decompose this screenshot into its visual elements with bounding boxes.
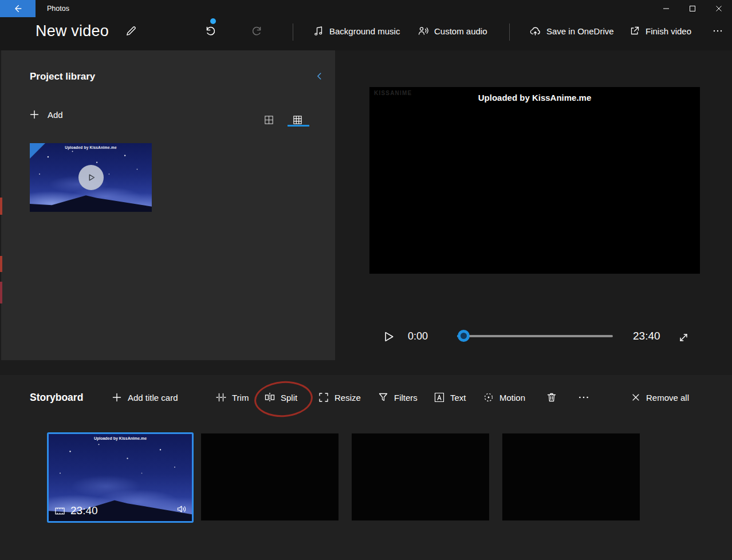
- play-icon: [381, 330, 395, 344]
- close-button[interactable]: [706, 0, 732, 17]
- remove-all-label: Remove all: [646, 393, 689, 403]
- clip-duration-text: 23:40: [70, 504, 98, 517]
- resize-label: Resize: [334, 393, 361, 403]
- current-time: 0:00: [408, 330, 428, 342]
- grid-3x3-icon: [292, 115, 303, 125]
- storyboard-title: Storyboard: [30, 392, 83, 404]
- cloud-upload-icon: [529, 25, 541, 37]
- collapse-panel-button[interactable]: [311, 68, 328, 85]
- clip-duration-badge: 23:40: [54, 504, 98, 517]
- video-preview[interactable]: KISSANIME Uploaded by KissAnime.me: [369, 87, 700, 274]
- text-icon: [434, 392, 445, 403]
- custom-audio-label: Custom audio: [434, 26, 487, 36]
- minimize-icon: [663, 5, 670, 12]
- maximize-button[interactable]: [679, 0, 706, 17]
- person-audio-icon: [418, 25, 429, 37]
- expand-icon: [678, 332, 690, 344]
- undo-notification-badge: [210, 18, 216, 24]
- plus-icon: [111, 392, 123, 403]
- add-title-card-button[interactable]: Add title card: [111, 388, 178, 407]
- finish-video-label: Finish video: [646, 26, 691, 36]
- remove-all-button[interactable]: Remove all: [631, 388, 689, 407]
- window-controls: [653, 0, 732, 17]
- trim-button[interactable]: Trim: [215, 388, 249, 407]
- titlebar: Photos: [0, 0, 732, 17]
- pencil-icon: [125, 25, 137, 37]
- background-window-sliver: [0, 256, 2, 272]
- view-grid-large-button[interactable]: [259, 110, 278, 129]
- fullscreen-button[interactable]: [674, 328, 693, 347]
- preview-watermark-text: Uploaded by KissAnime.me: [369, 93, 700, 102]
- undo-button[interactable]: [200, 21, 220, 41]
- seek-track[interactable]: [457, 335, 613, 337]
- motion-label: Motion: [499, 393, 525, 403]
- main-toolbar: New video Background music Custom audio …: [0, 17, 732, 50]
- selected-view-underline: [288, 125, 309, 127]
- filters-label: Filters: [394, 393, 418, 403]
- seek-thumb[interactable]: [458, 330, 470, 342]
- ellipsis-icon: [577, 391, 590, 404]
- project-library-panel: Project library Add Uploaded by KissAnim…: [1, 50, 335, 360]
- resize-icon: [318, 392, 329, 403]
- thumbnail-play-button[interactable]: [78, 165, 104, 190]
- background-music-button[interactable]: Background music: [313, 21, 400, 41]
- thumbnail-watermark-text: Uploaded by KissAnime.me: [30, 145, 152, 149]
- toolbar-divider: [509, 23, 510, 41]
- motion-button[interactable]: Motion: [483, 388, 525, 407]
- selection-corner-indicator: [30, 143, 45, 159]
- background-window-sliver: [0, 198, 2, 215]
- ellipsis-icon: [712, 25, 723, 37]
- seek-slider[interactable]: [457, 330, 613, 342]
- duration-time: 23:40: [633, 330, 660, 342]
- save-onedrive-label: Save in OneDrive: [546, 26, 614, 36]
- add-media-label: Add: [48, 110, 63, 120]
- project-library-title: Project library: [30, 71, 95, 82]
- photos-video-editor: Photos New video Backgr: [0, 0, 732, 560]
- add-title-card-label: Add title card: [128, 393, 178, 403]
- music-note-icon: [313, 25, 324, 37]
- rename-project-button[interactable]: [121, 21, 141, 41]
- close-icon: [715, 5, 722, 12]
- library-video-thumbnail[interactable]: Uploaded by KissAnime.me: [30, 143, 152, 212]
- finish-video-button[interactable]: Finish video: [629, 21, 691, 41]
- chevron-left-icon: [314, 71, 325, 81]
- storyboard-clip-4[interactable]: [502, 433, 640, 520]
- play-icon: [86, 172, 96, 183]
- toolbar-divider: [293, 23, 293, 41]
- resize-button[interactable]: Resize: [318, 388, 361, 407]
- grid-2x2-icon: [263, 115, 274, 125]
- text-button[interactable]: Text: [434, 388, 466, 407]
- save-onedrive-button[interactable]: Save in OneDrive: [529, 21, 614, 41]
- undo-icon: [204, 25, 217, 37]
- add-media-button[interactable]: Add: [29, 109, 63, 120]
- film-frame-icon: [54, 506, 65, 516]
- trash-icon: [546, 392, 557, 403]
- minimize-button[interactable]: [653, 0, 679, 17]
- maximize-icon: [689, 5, 696, 12]
- storyboard-more-button[interactable]: [577, 388, 590, 407]
- export-icon: [629, 25, 640, 37]
- split-button[interactable]: Split: [264, 388, 297, 407]
- filters-icon: [377, 392, 389, 403]
- delete-clip-button[interactable]: [546, 388, 557, 407]
- project-title: New video: [36, 22, 109, 40]
- storyboard-section: Storyboard Add title card Trim Split Res…: [0, 375, 732, 560]
- speaker-icon: [176, 503, 187, 515]
- storyboard-clip-1-selected[interactable]: Uploaded by KissAnime.me 23:40: [47, 432, 194, 523]
- text-label: Text: [450, 393, 466, 403]
- clip-watermark-text: Uploaded by KissAnime.me: [49, 436, 192, 440]
- trim-label: Trim: [232, 393, 249, 403]
- play-button[interactable]: [378, 326, 399, 347]
- background-window-sliver: [0, 282, 2, 303]
- split-label: Split: [281, 393, 297, 403]
- filters-button[interactable]: Filters: [377, 388, 418, 407]
- storyboard-clip-3[interactable]: [352, 433, 489, 520]
- back-button[interactable]: [0, 0, 36, 17]
- motion-icon: [483, 392, 494, 403]
- custom-audio-button[interactable]: Custom audio: [418, 21, 487, 41]
- back-arrow-icon: [13, 3, 23, 14]
- see-more-button[interactable]: [708, 21, 727, 41]
- storyboard-clip-2[interactable]: [201, 433, 339, 520]
- redo-button[interactable]: [247, 21, 267, 41]
- split-icon: [264, 392, 276, 403]
